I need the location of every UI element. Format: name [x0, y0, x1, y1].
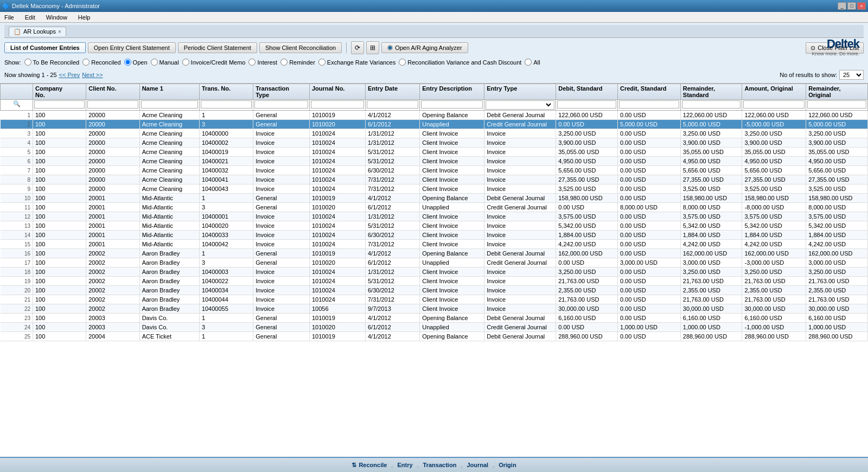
footer-entry[interactable]: Entry — [397, 462, 412, 468]
table-row[interactable]: 910020000Acme Cleaning10400043Invoice101… — [1, 184, 868, 194]
table-cell: Invoice — [484, 286, 556, 295]
table-row[interactable]: 1610020002Aaron Bradley1General10100194/… — [1, 249, 868, 258]
table-row[interactable]: 1210020001Mid-Atlantic10400001Invoice101… — [1, 212, 868, 221]
prev-link[interactable]: << Prev — [59, 72, 80, 78]
show-invoice-credit[interactable]: Invoice/Credit Memo — [182, 59, 246, 66]
table-row[interactable]: 510020000Acme Cleaning10400019Invoice101… — [1, 148, 868, 157]
minimize-button[interactable]: _ — [838, 2, 846, 10]
filter-entrydate-input[interactable] — [367, 100, 418, 109]
table-row[interactable]: 610020000Acme Cleaning10400021Invoice101… — [1, 157, 868, 166]
table-cell: Client Invoice — [420, 212, 484, 221]
table-row[interactable]: 2010020002Aaron Bradley10400034Invoice10… — [1, 286, 868, 295]
filter-credit-input[interactable] — [619, 100, 679, 109]
filter-remainder-input[interactable] — [682, 100, 741, 109]
table-cell: 5,656.00 USD — [742, 166, 806, 175]
filter-debit-input[interactable] — [557, 100, 616, 109]
filter-transtype-input[interactable] — [254, 100, 308, 109]
table-cell: 20002 — [86, 267, 139, 277]
filter-name1-input[interactable] — [141, 100, 198, 109]
results-select[interactable]: 25 50 100 — [839, 70, 864, 80]
filter-journalno-input[interactable] — [311, 100, 364, 109]
table-cell: Opening Balance — [420, 249, 484, 258]
ar-lookups-tab[interactable]: 📋 AR Lookups × — [9, 27, 66, 36]
table-cell: 10056 — [309, 304, 365, 314]
tab-close-button[interactable]: × — [58, 29, 61, 35]
list-customer-entries-button[interactable]: List of Customer Entries — [4, 42, 86, 53]
table-row[interactable]: 2210020002Aaron Bradley10400055Invoice10… — [1, 304, 868, 314]
footer-transaction[interactable]: Transaction — [423, 462, 457, 468]
show-reconciled[interactable]: Reconciled — [82, 59, 120, 66]
show-client-reconciliation-button[interactable]: Show Client Reconciliation — [259, 42, 342, 53]
table-cell: 0.00 USD — [617, 138, 680, 148]
table-row[interactable]: 310020000Acme Cleaning10400000Invoice101… — [1, 129, 868, 138]
menu-window[interactable]: Window — [44, 13, 69, 22]
footer-origin[interactable]: Origin — [499, 462, 516, 468]
menu-file[interactable]: File — [2, 13, 16, 22]
next-link[interactable]: Next >> — [82, 72, 103, 78]
table-cell: 4,950.00 USD — [556, 157, 618, 166]
grid-icon-button[interactable]: ⊞ — [366, 41, 379, 54]
filter-entrytype-select[interactable]: Invoice Debit General Journal Credit Gen… — [487, 101, 553, 109]
footer-reconcile[interactable]: ⇅ Reconcile — [352, 462, 387, 469]
table-cell: 3 — [199, 120, 253, 129]
table-row[interactable]: 210020000Acme Cleaning3General10100206/1… — [1, 120, 868, 129]
table-cell: Client Invoice — [420, 184, 484, 194]
table-row[interactable]: 1310020001Mid-Atlantic10400020Invoice101… — [1, 221, 868, 231]
table-cell: Invoice — [484, 277, 556, 286]
table-cell: General — [253, 314, 310, 323]
show-reminder[interactable]: Reminder — [280, 59, 315, 66]
show-interest[interactable]: Interest — [248, 59, 277, 66]
table-row[interactable]: 410020000Acme Cleaning10400002Invoice101… — [1, 138, 868, 148]
table-row[interactable]: 2510020004ACE Ticket1General10100194/1/2… — [1, 332, 868, 341]
show-open[interactable]: Open — [124, 59, 148, 66]
show-reconciliation-variance[interactable]: Reconciliation Variance and Cash Discoun… — [399, 59, 521, 66]
table-row[interactable]: 1910020002Aaron Bradley10400022Invoice10… — [1, 277, 868, 286]
filter-companyno-input[interactable] — [34, 100, 85, 109]
menu-edit[interactable]: Edit — [23, 13, 37, 22]
table-cell: 21,763.00 USD — [680, 277, 742, 286]
table-row[interactable]: 1710020002Aaron Bradley3General10100206/… — [1, 258, 868, 267]
table-row[interactable]: 2110020002Aaron Bradley10400044Invoice10… — [1, 295, 868, 304]
table-cell: 1010020 — [309, 120, 365, 129]
table-row[interactable]: 1510020001Mid-Atlantic10400042Invoice101… — [1, 240, 868, 249]
table-row[interactable]: 810020000Acme Cleaning10400041Invoice101… — [1, 175, 868, 184]
table-container[interactable]: CompanyNo. Client No. Name 1 Trans. No. … — [0, 84, 868, 457]
filter-remorig-input[interactable] — [807, 100, 866, 109]
filter-clientno-input[interactable] — [87, 100, 138, 109]
filter-amount-input[interactable] — [743, 100, 805, 109]
table-cell: 100 — [33, 258, 86, 267]
table-cell: 3,575.00 USD — [742, 212, 806, 221]
footer-journal[interactable]: Journal — [467, 462, 488, 468]
table-row[interactable]: 1810020002Aaron Bradley10400003Invoice10… — [1, 267, 868, 277]
filter-entrydesc-input[interactable] — [421, 100, 483, 109]
open-entry-client-statement-button[interactable]: Open Entry Client Statement — [88, 42, 176, 53]
table-cell: 0.00 USD — [617, 184, 680, 194]
refresh-icon-button[interactable]: ⟳ — [351, 41, 364, 54]
show-manual[interactable]: Manual — [151, 59, 179, 66]
footer-sep-2: , — [417, 462, 419, 468]
show-exchange-rate[interactable]: Exchange Rate Variances — [318, 59, 395, 66]
col-name1: Name 1 — [139, 84, 199, 100]
table-cell: Invoice — [484, 175, 556, 184]
table-row[interactable]: 1410020001Mid-Atlantic10400033Invoice101… — [1, 231, 868, 240]
periodic-client-statement-button[interactable]: Periodic Client Statement — [178, 42, 257, 53]
table-row[interactable]: 1110020001Mid-Atlantic3General10100206/1… — [1, 203, 868, 212]
table-row[interactable]: 2310020003Davis Co.1General10100194/1/20… — [1, 314, 868, 323]
table-cell: 1,000.00 USD — [617, 323, 680, 332]
filter-transno-input[interactable] — [201, 100, 252, 109]
table-row[interactable]: 110020000Acme Cleaning1General10100194/1… — [1, 111, 868, 120]
data-table: CompanyNo. Client No. Name 1 Trans. No. … — [0, 84, 868, 341]
table-row[interactable]: 1010020001Mid-Atlantic1General10100194/1… — [1, 194, 868, 203]
table-cell: 5,000.00 USD — [680, 120, 742, 129]
show-all[interactable]: All — [525, 59, 540, 66]
menu-help[interactable]: Help — [76, 13, 93, 22]
table-cell: 1010019 — [309, 111, 365, 120]
table-cell: 100 — [33, 175, 86, 184]
ar-aging-analyzer-button[interactable]: Open A/R Aging Analyzer — [381, 42, 468, 53]
show-to-be-reconciled[interactable]: To Be Reconciled — [24, 59, 80, 66]
table-row[interactable]: 2410020003Davis Co.3General10100206/1/20… — [1, 323, 868, 332]
table-cell: Invoice — [253, 277, 310, 286]
table-row[interactable]: 710020000Acme Cleaning10400032Invoice101… — [1, 166, 868, 175]
close-button[interactable]: × — [857, 2, 866, 10]
maximize-button[interactable]: □ — [847, 2, 856, 10]
